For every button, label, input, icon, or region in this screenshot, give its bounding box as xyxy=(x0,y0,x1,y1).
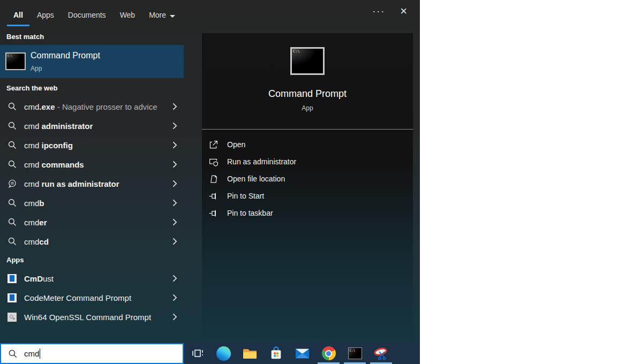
app-result[interactable]: CodeMeter Command Prompt xyxy=(0,288,184,307)
mail-icon xyxy=(295,348,310,359)
text-cursor xyxy=(40,348,40,359)
chevron-right-icon[interactable] xyxy=(172,180,177,187)
web-suggestion[interactable]: cmd.exe - Nagative prosser to advice xyxy=(0,97,184,116)
preview-subtitle: App xyxy=(202,104,413,112)
web-suggestion[interactable]: cmder xyxy=(0,213,184,232)
search-input[interactable]: cmd xyxy=(0,343,184,364)
file-location-icon xyxy=(207,174,219,184)
command-prompt-icon xyxy=(348,347,362,359)
edge-icon xyxy=(216,346,231,361)
chevron-right-icon[interactable] xyxy=(172,313,177,321)
search-icon xyxy=(8,349,18,359)
chevron-down-icon xyxy=(170,15,175,18)
search-flyout: All Apps Documents Web More ··· × Best m… xyxy=(0,0,420,343)
task-view-button[interactable] xyxy=(184,343,210,364)
search-query-text: cmd xyxy=(24,349,39,358)
snipping-tool-taskbar-button[interactable] xyxy=(368,343,394,364)
chevron-right-icon[interactable] xyxy=(172,199,177,207)
action-list: Open Run as administrator Open file loca… xyxy=(202,136,413,222)
file-explorer-taskbar-button[interactable] xyxy=(237,343,263,364)
command-prompt-icon xyxy=(290,47,325,75)
edge-taskbar-button[interactable] xyxy=(210,343,237,364)
tab-web[interactable]: Web xyxy=(120,11,136,19)
openssl-icon xyxy=(7,313,18,322)
chrome-taskbar-button[interactable] xyxy=(315,343,342,364)
action-open[interactable]: Open xyxy=(202,136,413,153)
action-run-as-administrator[interactable]: Run as administrator xyxy=(202,153,413,170)
action-pin-to-taskbar[interactable]: Pin to taskbar xyxy=(202,204,413,222)
best-match-result[interactable]: Command Prompt App xyxy=(0,45,184,78)
preview-pane: Command Prompt App Open Run as administr… xyxy=(202,33,413,343)
web-suggestions-list: cmd.exe - Nagative prosser to advice cmd… xyxy=(0,97,184,251)
chevron-right-icon[interactable] xyxy=(172,294,177,301)
screen: All Apps Documents Web More ··· × Best m… xyxy=(0,0,617,364)
chevron-right-icon[interactable] xyxy=(172,161,177,168)
microsoft-store-icon xyxy=(269,346,283,361)
tab-apps[interactable]: Apps xyxy=(37,11,54,19)
snipping-tool-icon xyxy=(373,346,389,361)
action-pin-to-start[interactable]: Pin to Start xyxy=(202,187,413,204)
web-suggestion[interactable]: cmdcd xyxy=(0,232,184,251)
empty-area xyxy=(420,0,617,364)
preview-title: Command Prompt xyxy=(202,88,413,100)
chevron-right-icon[interactable] xyxy=(172,141,177,149)
tab-documents[interactable]: Documents xyxy=(68,11,106,19)
codemeter-icon xyxy=(7,293,18,302)
web-suggestion[interactable]: cmd administrator xyxy=(0,116,184,135)
search-icon xyxy=(7,140,18,150)
web-suggestion[interactable]: cmd run as administrator xyxy=(0,174,184,193)
command-prompt-icon xyxy=(5,52,26,70)
chevron-right-icon[interactable] xyxy=(172,218,177,226)
search-filter-tabs: All Apps Documents Web More xyxy=(0,0,420,29)
chevron-right-icon[interactable] xyxy=(172,122,177,130)
run-admin-icon xyxy=(207,157,219,167)
search-icon xyxy=(7,102,18,111)
search-icon xyxy=(7,237,18,246)
search-icon xyxy=(7,217,18,227)
app-results-list: CmDust CodeMeter Command Prompt Win64 Op… xyxy=(0,269,184,327)
best-match-title: Command Prompt xyxy=(31,51,100,60)
best-match-subtitle: App xyxy=(31,65,42,72)
mail-taskbar-button[interactable] xyxy=(289,343,315,364)
best-match-label: Best match xyxy=(6,33,44,41)
search-icon xyxy=(7,121,18,131)
file-explorer-icon xyxy=(243,347,257,360)
app-result[interactable]: CmDust xyxy=(0,269,184,288)
apps-label: Apps xyxy=(6,256,24,264)
open-icon xyxy=(207,140,219,150)
chevron-right-icon[interactable] xyxy=(172,103,177,110)
codemeter-icon xyxy=(7,274,18,283)
divider xyxy=(202,129,413,130)
web-suggestion[interactable]: cmd commands xyxy=(0,155,184,174)
chat-icon xyxy=(7,179,18,188)
chrome-icon xyxy=(322,346,336,360)
web-suggestion[interactable]: cmd ipconfig xyxy=(0,135,184,155)
chevron-right-icon[interactable] xyxy=(172,275,177,282)
command-prompt-taskbar-button[interactable] xyxy=(342,343,368,364)
microsoft-store-taskbar-button[interactable] xyxy=(263,343,289,364)
close-icon[interactable]: × xyxy=(400,5,407,17)
tab-more[interactable]: More xyxy=(149,11,175,19)
search-web-label: Search the web xyxy=(6,84,57,92)
web-suggestion[interactable]: cmdb xyxy=(0,193,184,213)
pin-icon xyxy=(207,191,219,201)
action-open-file-location[interactable]: Open file location xyxy=(202,170,413,187)
chevron-right-icon[interactable] xyxy=(172,238,177,245)
tab-all[interactable]: All xyxy=(13,11,23,19)
app-result[interactable]: Win64 OpenSSL Command Prompt xyxy=(0,307,184,327)
more-options-icon[interactable]: ··· xyxy=(372,6,385,16)
search-icon xyxy=(7,160,18,169)
pin-icon xyxy=(207,208,219,218)
search-icon xyxy=(7,198,18,208)
